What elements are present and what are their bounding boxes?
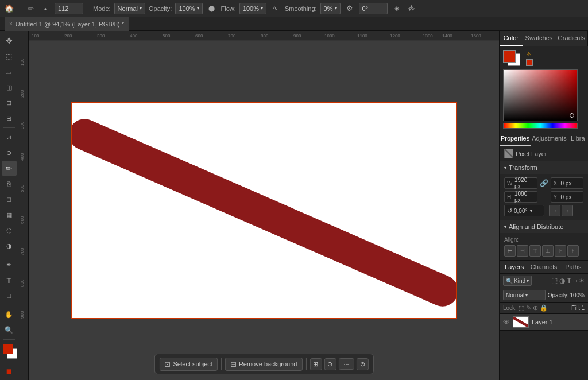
adjustments-tab[interactable]: Adjustments — [531, 132, 568, 146]
pressure-opacity-icon[interactable]: ⬤ — [206, 3, 218, 14]
foreground-color[interactable] — [3, 344, 13, 354]
more-btn[interactable]: ··· — [338, 358, 354, 370]
tune-btn[interactable]: ⊜ — [357, 358, 369, 370]
document-tab[interactable]: × Untitled-1 @ 94,1% (Layer 1, RGB/8) * — [5, 17, 129, 31]
svg-text:1100: 1100 — [357, 33, 368, 38]
align-left-btn[interactable]: ⊢ — [504, 245, 516, 257]
x-value: 0 px — [561, 180, 572, 187]
shape-tool-btn[interactable]: □ — [2, 288, 17, 303]
mode-dropdown[interactable]: Normal ▾ — [114, 3, 145, 14]
color-tab[interactable]: Color — [500, 31, 523, 46]
rotation-field[interactable]: ↺ 0,00° ▾ — [504, 205, 544, 216]
visibility-icon[interactable]: 👁 — [503, 318, 510, 326]
extra-icon[interactable]: ⁂ — [406, 3, 417, 14]
lock-pixels-icon[interactable]: ⬚ — [519, 304, 524, 312]
symmetry-icon[interactable]: ◈ — [391, 3, 403, 14]
opacity-field[interactable]: Opacity: 100% — [548, 292, 585, 298]
pixel-layer-label: Pixel Layer — [516, 150, 547, 157]
shape-filter-icon[interactable]: ○ — [573, 277, 577, 285]
gradients-tab[interactable]: Gradients — [555, 31, 588, 46]
smoothing-options-icon[interactable]: ⚙ — [344, 3, 355, 14]
hue-bar[interactable] — [503, 123, 578, 129]
layers-tab[interactable]: Layers — [500, 261, 529, 273]
align-bottom-btn[interactable]: ⊧ — [567, 245, 579, 257]
frame-tool-btn[interactable]: ⊞ — [2, 111, 17, 126]
align-center-h-btn[interactable]: ⊣ — [517, 245, 528, 257]
pixel-filter-icon[interactable]: ⬚ — [551, 277, 558, 285]
svg-text:100: 100 — [32, 33, 40, 38]
text-tool-btn[interactable]: T — [2, 273, 17, 288]
selection-tool-btn[interactable]: ⬚ — [2, 49, 17, 64]
link-icon[interactable]: 🔗 — [540, 179, 548, 187]
smoothing-dropdown[interactable]: 0% ▾ — [320, 3, 341, 14]
brush-tool-icon[interactable]: ✏ — [25, 3, 36, 14]
home-icon[interactable]: 🏠 — [3, 3, 15, 14]
fill-field[interactable]: Fill: 1 — [571, 305, 585, 311]
tool-separator — [3, 127, 15, 128]
fg-swatch[interactable] — [503, 50, 516, 63]
healing-tool-btn[interactable]: ⊕ — [2, 145, 17, 160]
properties-tab[interactable]: Properties — [500, 132, 531, 146]
mask-btn[interactable]: ⊙ — [324, 358, 336, 370]
canvas-area[interactable]: 100 200 300 400 500 600 700 800 900 1000… — [18, 31, 499, 380]
align-label: Align: — [504, 236, 583, 243]
zoom-tool-btn[interactable]: 🔍 — [2, 323, 17, 338]
x-field[interactable]: X 0 px — [551, 177, 584, 189]
opacity-dropdown[interactable]: 100% ▾ — [175, 3, 202, 14]
foreground-color-large[interactable]: ■ — [6, 366, 12, 377]
brush-size-value[interactable]: 112 — [55, 3, 83, 14]
align-header[interactable]: ▾ Align and Distribute — [500, 220, 588, 233]
layer-item[interactable]: 👁 Layer 1 — [500, 314, 588, 331]
eyedropper-tool-btn[interactable]: ⊿ — [2, 130, 17, 145]
eraser-tool-btn[interactable]: ◻ — [2, 192, 17, 207]
separator — [88, 3, 88, 14]
clone-tool-btn[interactable]: ⎘ — [2, 176, 17, 191]
blur-tool-btn[interactable]: ◌ — [2, 223, 17, 238]
gradient-tool-btn[interactable]: ▦ — [2, 207, 17, 222]
brush-tool-btn[interactable]: ✏ — [2, 161, 17, 176]
flow-dropdown[interactable]: 100% ▾ — [239, 3, 266, 14]
align-right-btn[interactable]: ⊤ — [529, 245, 541, 257]
lock-all-icon[interactable]: 🔒 — [540, 304, 548, 312]
object-select-tool-btn[interactable]: ◫ — [2, 80, 17, 95]
text-filter-icon[interactable]: T — [567, 277, 571, 285]
flip-v-btn[interactable]: ↕ — [562, 205, 573, 216]
fill-label: Fill: — [571, 305, 581, 311]
channels-tab[interactable]: Channels — [529, 261, 558, 273]
dodge-tool-btn[interactable]: ◑ — [2, 238, 17, 253]
airbrush-icon[interactable]: ∿ — [270, 3, 281, 14]
transform-btn[interactable]: ⊞ — [310, 358, 322, 370]
lock-position-icon[interactable]: ✎ — [526, 304, 531, 312]
align-top-btn[interactable]: ⊥ — [542, 245, 554, 257]
smoothing-label: Smoothing: — [285, 5, 317, 12]
tab-close[interactable]: × — [9, 21, 13, 27]
adj-filter-icon[interactable]: ◑ — [559, 277, 565, 285]
width-field[interactable]: W 1920 px — [504, 177, 537, 189]
color-gradient-picker[interactable] — [503, 69, 578, 121]
lock-artboard-icon[interactable]: ⊕ — [533, 304, 538, 312]
kind-filter[interactable]: 🔍 Kind ▾ — [503, 276, 532, 286]
align-center-v-btn[interactable]: ⊦ — [555, 245, 566, 257]
crop-tool-btn[interactable]: ⊡ — [2, 95, 17, 110]
paths-tab[interactable]: Paths — [559, 261, 588, 273]
swatches-tab[interactable]: Swatches — [523, 31, 556, 46]
y-field[interactable]: Y 0 px — [551, 191, 584, 203]
blend-mode-select[interactable]: Normal ▾ — [503, 290, 546, 300]
move-tool-btn[interactable]: ✥ — [2, 33, 17, 48]
flip-h-btn[interactable]: ↔ — [549, 205, 560, 216]
angle-value[interactable]: 0° — [359, 3, 388, 14]
pressure-icon[interactable]: ⬥ — [40, 3, 51, 14]
pixel-layer-thumb — [504, 149, 513, 158]
hand-tool-btn[interactable]: ✋ — [2, 307, 17, 322]
library-tab[interactable]: Libra — [568, 132, 588, 146]
canvas-viewport[interactable]: ⊡ Select subject ⊟ Remove background ⊞ ⊙… — [29, 41, 499, 380]
smart-filter-icon[interactable]: ✶ — [579, 277, 585, 285]
lasso-tool-btn[interactable]: ⌓ — [2, 64, 17, 79]
remove-background-btn[interactable]: ⊟ Remove background — [225, 358, 303, 371]
height-field[interactable]: H 1080 px — [504, 191, 537, 203]
transform-header[interactable]: ▾ Transform — [500, 161, 588, 174]
color-preview-small[interactable] — [526, 59, 533, 66]
select-subject-btn[interactable]: ⊡ Select subject — [159, 358, 217, 371]
pen-tool-btn[interactable]: ✒ — [2, 257, 17, 272]
properties-panel-tabs: Properties Adjustments Libra — [500, 132, 588, 146]
